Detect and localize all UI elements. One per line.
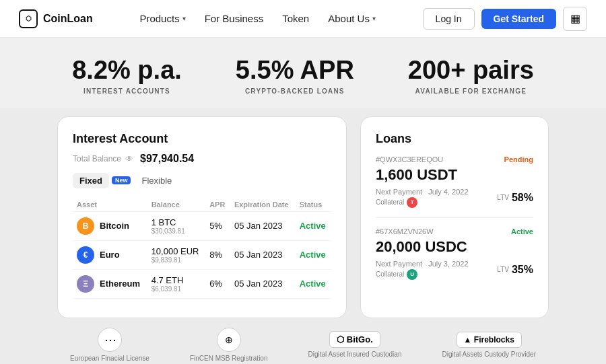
status-cell: Active bbox=[296, 240, 331, 269]
balance-cell: 10,000 EUR $9,839.81 bbox=[147, 240, 205, 269]
coin-icon: B bbox=[77, 217, 94, 235]
stat-pairs: 200+ pairs AVAILABLE FOR EXCHANGE bbox=[408, 57, 534, 95]
interest-account-card: Interest Account Total Balance 👁 $97,940… bbox=[57, 116, 347, 318]
nav-actions: Log In Get Started ▦ bbox=[423, 7, 587, 31]
logo-icon: ⬡ bbox=[19, 9, 38, 28]
stat-apr-label: CRYPTO-BACKED LOANS bbox=[236, 87, 354, 95]
table-header-row: Asset Balance APR Expiration Date Status bbox=[73, 198, 331, 212]
qr-icon: ▦ bbox=[570, 12, 580, 25]
table-row: B Bitcoin 1 BTC $30,039.81 5% 05 Jan 202… bbox=[73, 211, 331, 240]
loan-hash-row: #QWX3C3EREQOU Pending bbox=[376, 155, 533, 163]
table-row: Ξ Ethereum 4.7 ETH $6,039.81 6% 05 Jan 2… bbox=[73, 269, 331, 298]
asset-name: Ethereum bbox=[100, 279, 140, 289]
tab-flexible[interactable]: Flexible bbox=[135, 173, 178, 188]
col-balance: Balance bbox=[147, 198, 205, 212]
get-started-button[interactable]: Get Started bbox=[481, 9, 556, 29]
bottom-item-fireblocks: ▲ Fireblocks Digital Assets Custody Prov… bbox=[442, 332, 536, 358]
tab-fixed[interactable]: Fixed bbox=[73, 173, 109, 188]
loans-title: Loans bbox=[376, 132, 533, 146]
asset-cell: B Bitcoin bbox=[73, 211, 147, 240]
loan-item: #QWX3C3EREQOU Pending 1,600 USDT Next Pa… bbox=[376, 155, 533, 218]
stat-interest: 8.2% p.a. INTEREST ACCOUNTS bbox=[72, 57, 182, 95]
table-row: € Euro 10,000 EUR $9,839.81 8% 05 Jan 20… bbox=[73, 240, 331, 269]
status-cell: Active bbox=[296, 269, 331, 298]
fireblocks-label: Digital Assets Custody Provider bbox=[442, 351, 536, 358]
financial-license-icon: ⋯ bbox=[98, 328, 122, 352]
nav-item-for-business[interactable]: For Business bbox=[205, 13, 264, 24]
tabs-row: Fixed New Flexible bbox=[73, 173, 331, 188]
chevron-down-icon: ▾ bbox=[182, 15, 186, 22]
balance-main: 1 BTC bbox=[152, 217, 201, 227]
stat-apr-value: 5.5% APR bbox=[236, 57, 354, 85]
nav-item-products[interactable]: Products ▾ bbox=[139, 13, 185, 24]
logo-text: CoinLoan bbox=[43, 13, 93, 25]
apr-cell: 8% bbox=[205, 240, 230, 269]
collateral-icon: T bbox=[407, 197, 417, 208]
loan-details-row: Next Payment July 3, 2022 Collateral U L… bbox=[376, 260, 533, 280]
loan-details-row: Next Payment July 4, 2022 Collateral T L… bbox=[376, 188, 533, 208]
col-apr: APR bbox=[205, 198, 230, 212]
loan-ltv: LTV 58% bbox=[497, 192, 533, 204]
loan-hash: #QWX3C3EREQOU bbox=[376, 155, 443, 163]
expiration-cell: 05 Jan 2023 bbox=[230, 211, 296, 240]
coin-icon: € bbox=[77, 246, 94, 264]
stat-apr: 5.5% APR CRYPTO-BACKED LOANS bbox=[236, 57, 354, 95]
balance-main: 4.7 ETH bbox=[152, 275, 201, 285]
status-cell: Active bbox=[296, 211, 331, 240]
loan-hash-row: #67X6MZVN26W Active bbox=[376, 227, 533, 235]
loan-next-payment: Next Payment July 4, 2022 Collateral T bbox=[376, 188, 469, 208]
fincen-label: FinCEN MSB Registration bbox=[190, 355, 268, 362]
balance-value: $97,940.54 bbox=[140, 153, 194, 165]
loan-status: Pending bbox=[504, 155, 533, 163]
asset-name: Bitcoin bbox=[100, 221, 129, 231]
hero-stats: 8.2% p.a. INTEREST ACCOUNTS 5.5% APR CRY… bbox=[0, 38, 606, 108]
loan-next-payment: Next Payment July 3, 2022 Collateral U bbox=[376, 260, 469, 280]
fincen-icon: ⊕ bbox=[217, 328, 241, 352]
bitgo-label: Digital Asset Insured Custodian bbox=[308, 351, 401, 358]
balance-cell: 1 BTC $30,039.81 bbox=[147, 211, 205, 240]
stat-pairs-label: AVAILABLE FOR EXCHANGE bbox=[408, 87, 534, 95]
tab-new-badge: New bbox=[112, 176, 131, 184]
chevron-down-icon: ▾ bbox=[372, 15, 376, 22]
col-status: Status bbox=[296, 198, 331, 212]
coin-icon: Ξ bbox=[77, 275, 94, 293]
bitgo-logo: ⬡ BitGo. bbox=[329, 331, 380, 348]
loan-ltv: LTV 35% bbox=[497, 264, 533, 276]
cards-section: Interest Account Total Balance 👁 $97,940… bbox=[0, 108, 606, 318]
financial-license-label: European Finacial License bbox=[70, 355, 149, 362]
login-button[interactable]: Log In bbox=[423, 8, 475, 30]
qr-button[interactable]: ▦ bbox=[563, 7, 587, 31]
balance-cell: 4.7 ETH $6,039.81 bbox=[147, 269, 205, 298]
navbar: ⬡ CoinLoan Products ▾ For Business Token… bbox=[0, 0, 606, 38]
loans-card: Loans #QWX3C3EREQOU Pending 1,600 USDT N… bbox=[360, 116, 549, 318]
bottom-bar: ⋯ European Finacial License ⊕ FinCEN MSB… bbox=[0, 318, 606, 364]
col-expiration: Expiration Date bbox=[230, 198, 296, 212]
balance-label: Total Balance bbox=[73, 154, 121, 163]
loan-amount: 1,600 USDT bbox=[376, 166, 533, 184]
stat-pairs-value: 200+ pairs bbox=[408, 57, 534, 85]
fireblocks-logo: ▲ Fireblocks bbox=[457, 332, 522, 348]
collateral-icon: U bbox=[407, 269, 417, 280]
asset-cell: € Euro bbox=[73, 240, 147, 269]
nav-links: Products ▾ For Business Token About Us ▾ bbox=[139, 13, 375, 24]
loan-item: #67X6MZVN26W Active 20,000 USDC Next Pay… bbox=[376, 227, 533, 289]
balance-sub: $30,039.81 bbox=[152, 227, 201, 235]
stat-interest-label: INTEREST ACCOUNTS bbox=[72, 87, 182, 95]
logo[interactable]: ⬡ CoinLoan bbox=[19, 9, 93, 28]
apr-cell: 6% bbox=[205, 269, 230, 298]
asset-name: Euro bbox=[100, 250, 120, 260]
nav-item-token[interactable]: Token bbox=[282, 13, 309, 24]
balance-main: 10,000 EUR bbox=[152, 246, 201, 256]
loan-hash: #67X6MZVN26W bbox=[376, 227, 434, 235]
expiration-cell: 05 Jan 2023 bbox=[230, 269, 296, 298]
asset-cell: Ξ Ethereum bbox=[73, 269, 147, 298]
expiration-cell: 05 Jan 2023 bbox=[230, 240, 296, 269]
eye-icon[interactable]: 👁 bbox=[125, 154, 133, 163]
interest-card-title: Interest Account bbox=[73, 132, 331, 146]
loan-amount: 20,000 USDC bbox=[376, 238, 533, 256]
bottom-item-financial: ⋯ European Finacial License bbox=[70, 328, 149, 362]
balance-row: Total Balance 👁 $97,940.54 bbox=[73, 153, 331, 165]
balance-sub: $9,839.81 bbox=[152, 256, 201, 264]
nav-item-about-us[interactable]: About Us ▾ bbox=[328, 13, 376, 24]
stat-interest-value: 8.2% p.a. bbox=[72, 57, 182, 85]
